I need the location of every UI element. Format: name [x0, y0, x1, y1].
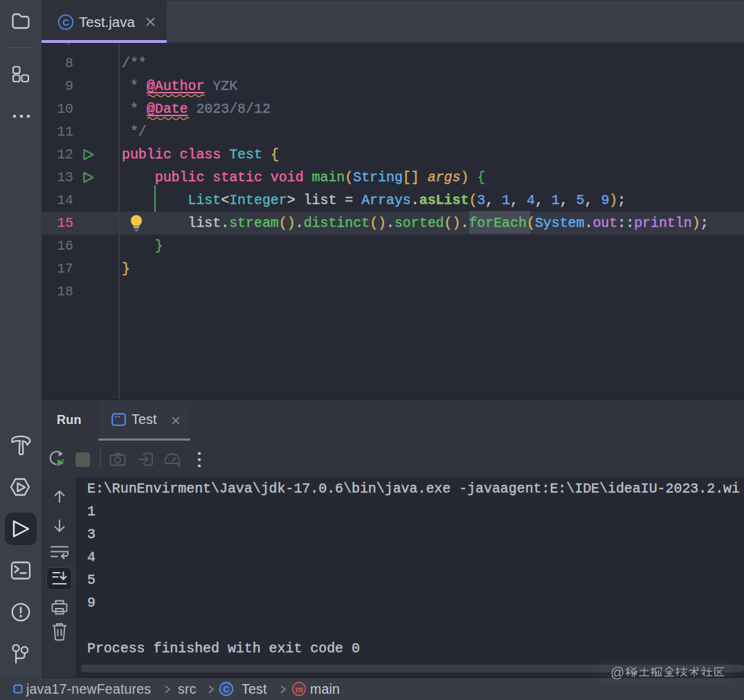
svg-text:C: C	[223, 685, 229, 694]
svg-text:C: C	[62, 17, 69, 28]
svg-text:@: @	[610, 665, 624, 680]
svg-text:m: m	[295, 685, 302, 694]
